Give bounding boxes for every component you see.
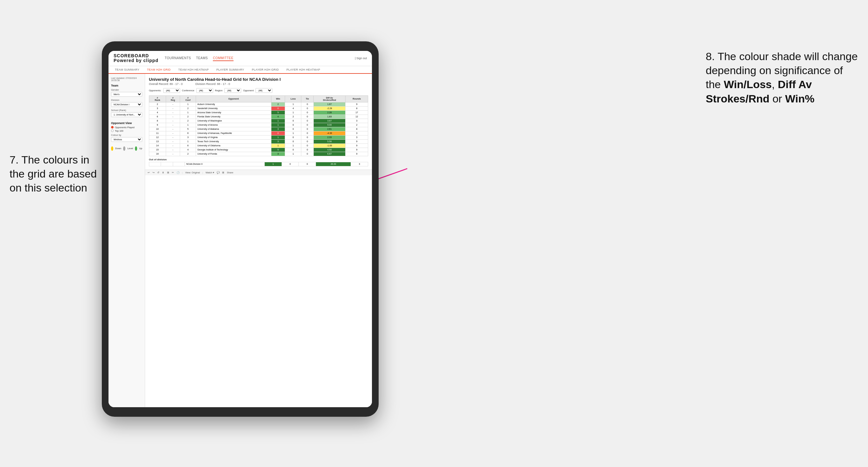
nav-teams[interactable]: TEAMS	[196, 56, 208, 61]
cell-loss: 1	[285, 144, 301, 148]
toolbar-undo[interactable]: ↩	[148, 171, 150, 174]
table-row: 4 - 1 Arizona State University 5 1 0 2.2…	[149, 111, 368, 115]
annotation-left: 7. The colours in the grid are based on …	[9, 153, 102, 195]
cell-rounds: 8	[345, 106, 368, 111]
cell-rank	[149, 162, 161, 166]
cell-rank: 14	[149, 144, 166, 148]
cell-reg: -	[166, 131, 180, 135]
toolbar-view-original[interactable]: View: Original	[185, 171, 200, 174]
radio-opponents-played[interactable]: Opponents Played	[111, 126, 142, 129]
table-row: 13 - 1 Texas Tech University 3 0 0 5.56 …	[149, 139, 368, 144]
subnav-team-h2h-grid[interactable]: TEAM H2H GRID	[146, 66, 172, 74]
cell-opponent: Arizona State University	[196, 111, 271, 115]
cell-tie: 0	[301, 106, 313, 111]
gender-select[interactable]: Men's	[111, 92, 142, 97]
radio-top100[interactable]: Top 100	[111, 129, 142, 132]
table-row: 3 - 2 Vanderbilt University 0 4 0 -2.29 …	[149, 106, 368, 111]
tablet-frame: SCOREBOARD Powered by clippd TOURNAMENTS…	[102, 41, 379, 417]
cell-reg: -	[166, 148, 180, 152]
table-row: 12 - 3 University of Virginia 1 0 0 2.33…	[149, 135, 368, 139]
radio-opponents-played-label: Opponents Played	[115, 126, 134, 129]
cell-opponent: University of Arizona	[196, 123, 271, 127]
sign-out[interactable]: | Sign out	[355, 57, 367, 60]
cell-loss: 0	[285, 119, 301, 123]
legend-down-dot	[111, 146, 113, 151]
cell-reg: -	[166, 111, 180, 115]
table-row: 10 - 5 University of Alabama 3 0 0 2.61 …	[149, 127, 368, 131]
nav-tournaments[interactable]: TOURNAMENTS	[165, 56, 191, 61]
division-record: Division Record: 88 - 17 - 0	[195, 83, 230, 86]
cell-rounds: 3	[345, 119, 368, 123]
cell-conf: 1	[180, 102, 196, 106]
nav-committee[interactable]: COMMITTEE	[213, 56, 234, 61]
subnav-player-summary[interactable]: PLAYER SUMMARY	[215, 66, 245, 74]
cell-diff: 2.33	[313, 135, 345, 139]
subnav-team-h2h-heatmap[interactable]: TEAM H2H HEATMAP	[177, 66, 210, 74]
opponent-filter[interactable]: (All)	[255, 88, 272, 93]
cell-conf: 2	[180, 115, 196, 119]
radio-top100-label: Top 100	[115, 129, 123, 132]
school-select[interactable]: 1. University of Nort...	[111, 112, 142, 117]
division-label: Division	[111, 99, 142, 101]
tableau-toolbar: ↩ ↪ ↺ ⏸ ⊞ ✂ 🕐 | View: Original | Watch ▾…	[145, 169, 372, 175]
colour-by-select[interactable]: Win/loss	[111, 137, 142, 142]
cell-loss: 0	[282, 162, 299, 166]
toolbar-zoom[interactable]: ⊞	[167, 171, 169, 174]
table-row: 8 - 2 University of Washington 1 0 0 3.6…	[149, 119, 368, 123]
cell-diff: 2.61	[313, 127, 345, 131]
toolbar-grid[interactable]: ⊞	[222, 171, 224, 174]
cell-conf: 6	[180, 144, 196, 148]
h2h-table: #Rank #Reg #Conf Opponent Win Loss Tie D…	[149, 95, 368, 156]
cell-opponent: Auburn University	[196, 102, 271, 106]
division-select[interactable]: NCAA Division I	[111, 102, 142, 107]
toolbar-sep2: |	[203, 171, 203, 174]
cell-rank: 10	[149, 127, 166, 131]
conference-filter-label: Conference	[182, 89, 194, 92]
cell-rank: 16	[149, 152, 166, 156]
subnav-team-summary[interactable]: TEAM SUMMARY	[114, 66, 141, 74]
cell-diff: 2.28	[313, 111, 345, 115]
cell-conf: 3	[180, 135, 196, 139]
toolbar-reset[interactable]: ↺	[157, 171, 159, 174]
cell-tie: 0	[301, 152, 313, 156]
cell-conf: 6	[180, 131, 196, 135]
cell-opponent: University of Florida	[196, 152, 271, 156]
cell-reg: -	[166, 106, 180, 111]
toolbar-watch[interactable]: Watch ▾	[206, 171, 214, 174]
cell-rank: 3	[149, 106, 166, 111]
toolbar-crop[interactable]: ✂	[172, 171, 174, 174]
table-row: 9 - 1 University of Arizona 1 0 0 9.00 2	[149, 123, 368, 127]
th-opponent: Opponent	[196, 95, 271, 102]
opponents-filter[interactable]: (All)	[163, 88, 180, 93]
th-rank: #Rank	[149, 95, 166, 102]
table-row: 15 - 4 Georgia Institute of Technology 5…	[149, 148, 368, 152]
toolbar-clock[interactable]: 🕐	[177, 171, 180, 174]
toolbar-pause[interactable]: ⏸	[162, 171, 164, 174]
left-panel: Last Updated: 27/03/2024 16:55:38 Team G…	[108, 74, 145, 407]
subnav-player-h2h-heatmap[interactable]: PLAYER H2H HEATMAP	[285, 66, 321, 74]
region-filter[interactable]: (All)	[224, 88, 241, 93]
cell-opponent: Vanderbilt University	[196, 106, 271, 111]
cell-opponent: University of Alabama	[196, 127, 271, 131]
radio-top100-circle	[111, 129, 114, 132]
cell-rank: 9	[149, 123, 166, 127]
last-updated: Last Updated: 27/03/2024 16:55:38	[111, 77, 142, 82]
cell-opponent: University of Virginia	[196, 135, 271, 139]
toolbar-share[interactable]: Share	[227, 171, 233, 174]
region-filter-label: Region	[215, 89, 223, 92]
cell-conf: 2	[180, 106, 196, 111]
cell-reg: -	[166, 102, 180, 106]
cell-rounds: 3	[345, 131, 368, 135]
cell-win: 3	[271, 127, 285, 131]
conference-filter[interactable]: (All)	[196, 88, 213, 93]
cell-rounds: 12	[345, 115, 368, 119]
toolbar-redo[interactable]: ↪	[152, 171, 155, 174]
cell-conf: 1	[180, 123, 196, 127]
subnav-player-h2h-grid[interactable]: PLAYER H2H GRID	[250, 66, 280, 74]
th-rounds: Rounds	[345, 95, 368, 102]
cell-loss: 0	[285, 135, 301, 139]
toolbar-comment[interactable]: 💬	[217, 171, 220, 174]
cell-reg: -	[166, 144, 180, 148]
cell-rank: 13	[149, 139, 166, 144]
cell-tie: 0	[301, 127, 313, 131]
